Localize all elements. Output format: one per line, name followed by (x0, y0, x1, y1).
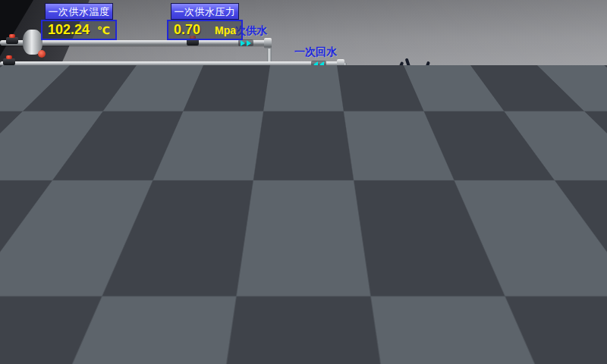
gauge-title: 一次供水温度 (45, 3, 113, 20)
gauge-value: 0.70 (174, 22, 200, 38)
pressure-gauge-icon (38, 50, 46, 58)
gauge-value: 1.10 (30, 245, 56, 261)
pipe-secondary-return (348, 225, 607, 231)
gauge-unit: Mpa (485, 86, 506, 99)
gauge-secondary-supply-pressure: 二次供水压力 0.38Mpa (437, 65, 513, 102)
pipe-primary-return (0, 61, 343, 67)
pipe-flange (264, 38, 272, 49)
pipe-makeup-loop-right (378, 296, 382, 323)
pipe-supply-drop (267, 42, 272, 105)
pipe-label-primary-return: 一次回水 (294, 46, 337, 59)
gauge-title: 一次供水压力 (171, 3, 239, 20)
flow-arrow-right-icon (525, 104, 540, 111)
tank-ladder (121, 241, 137, 323)
pump-motor (185, 244, 203, 270)
gauge-value: 36.63 (530, 202, 565, 218)
gauge-unit: ℃ (97, 24, 110, 36)
flow-arrow-right-icon (420, 293, 436, 300)
flow-arrow-left-icon (311, 61, 326, 67)
gauge-unit: Mpa (154, 99, 175, 111)
pump-volute (319, 178, 348, 195)
gauge-title: 一次回水温度 (25, 77, 93, 94)
flow-arrow-left-icon (392, 251, 407, 258)
gauge-unit: ℃ (77, 99, 90, 111)
gauge-makeup-pump-frequency: 补水泵频率 33.88Hz (209, 285, 285, 322)
control-valve[interactable] (294, 82, 308, 105)
gauge-title: 二次回水温度 (527, 183, 596, 199)
secondary-return-valve[interactable] (591, 219, 603, 230)
gauge-value: 40.70 (530, 84, 565, 100)
gauge-primary-network-flow: 一次网流量 31.80m³/h (188, 77, 264, 115)
pump-volute (180, 274, 209, 290)
gauge-unit: Hz (266, 306, 278, 318)
shutoff-valve[interactable] (3, 55, 15, 66)
tank-seam (53, 271, 55, 356)
makeup-pump-2[interactable] (149, 287, 182, 353)
gauge-secondary-return-temp: 二次回水温度 36.63℃ (524, 183, 599, 220)
gauge-title: 一次网流量 (192, 77, 260, 94)
pipe-secondary-supply (431, 105, 607, 110)
tank-hatch (61, 276, 100, 314)
gauge-value: 0.38 (444, 84, 470, 100)
tank-hatch (8, 279, 47, 317)
flow-arrow-left-icon (371, 224, 386, 231)
gauge-unit: ℃ (580, 86, 593, 99)
tank-seam (0, 326, 115, 328)
pipe-label-secondary-supply: 二次供水 (525, 112, 568, 126)
pipe-return-branch (345, 252, 435, 257)
pipe-mid-drop (357, 105, 361, 186)
flow-arrow-right-icon (238, 39, 253, 46)
hmi-scene: 一次供水 一次回水 二次供水 二次回水 补水 一次供水温度 102.24℃ 一次… (0, 0, 607, 364)
pipe-primary-to-exchanger (270, 103, 388, 108)
gauge-unit: Mpa (485, 204, 506, 216)
pump-base (311, 201, 357, 215)
pump-base (361, 201, 407, 215)
drain-valve[interactable] (415, 232, 427, 243)
gauge-value: 33.88 (216, 304, 250, 320)
pipe-label-makeup: 补水 (429, 300, 451, 314)
pump-indicator (381, 155, 388, 169)
circulation-pump-2[interactable] (367, 149, 401, 215)
gauge-value: 31.80 (195, 96, 229, 112)
exchanger-port (414, 153, 426, 165)
exchanger-port (410, 97, 422, 108)
gauge-unit: Mpa (215, 24, 236, 36)
exchanger-port (390, 94, 402, 105)
makeup-pump-1[interactable] (178, 244, 211, 310)
circulation-pump-1[interactable] (317, 149, 351, 215)
gauge-title: 一次回水压力 (110, 77, 178, 94)
gauge-primary-supply-temp: 一次供水温度 102.24℃ (41, 3, 117, 40)
pump-base (143, 339, 188, 353)
gauge-secondary-return-pressure: 二次回水压力 0.27Mpa (437, 183, 513, 220)
gauge-unit: ℃ (580, 204, 593, 216)
gauge-primary-return-temp: 一次回水温度 37.95℃ (21, 77, 97, 115)
shutoff-valve[interactable] (6, 34, 18, 45)
gauge-title: 二次供水压力 (441, 65, 509, 82)
pump-indicator (191, 250, 199, 265)
flow-arrow-left-icon (550, 224, 565, 231)
gauge-valve-opening: 阀门开度值 5.92% (267, 112, 343, 149)
gauge-title: 二次回水压力 (441, 183, 509, 199)
tank-vent-pipe (96, 220, 122, 249)
pump-volute (151, 316, 180, 333)
pipe-flange (463, 291, 472, 303)
gauge-unit: m³/h (234, 99, 257, 111)
gauge-unit: % (327, 133, 336, 146)
gauge-primary-supply-pressure: 一次供水压力 0.70Mpa (167, 3, 243, 40)
gauge-value: 37.95 (28, 96, 62, 112)
gauge-primary-return-pressure: 一次回水压力 0.39Mpa (106, 77, 182, 115)
gauge-title: 补水泵频率 (213, 285, 281, 302)
pipe-flange (339, 100, 347, 111)
pump-indicator (331, 155, 338, 169)
gauge-unit: m³ (79, 247, 92, 259)
pipe-label-secondary-return: 二次回水 (539, 233, 581, 246)
pump-motor (375, 149, 393, 174)
pump-motor (156, 287, 175, 312)
pump-volute (370, 178, 398, 195)
gauge-value: 5.92 (274, 131, 300, 147)
gauge-value: 0.27 (444, 202, 470, 218)
gauge-tank-level: 水箱液位高度 1.10m³ (23, 226, 99, 263)
gauge-value: 0.39 (113, 96, 140, 112)
gauge-secondary-supply-temp: 二次供水温度 40.70℃ (524, 65, 599, 102)
pump-indicator (162, 293, 170, 307)
